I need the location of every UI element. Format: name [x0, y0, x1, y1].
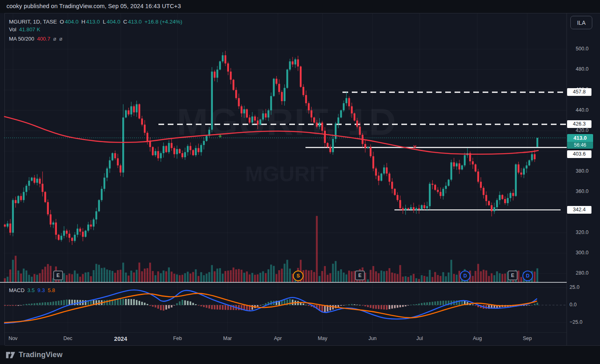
price-axis-tick[interactable]: 320.0 — [570, 230, 595, 235]
change-value: +16.8 (+4.24%) — [145, 19, 182, 25]
price-axis-tick[interactable]: 360.0 — [570, 188, 595, 194]
time-axis-label-may: May — [318, 336, 327, 341]
volume-legend-row[interactable]: Vol 41.807 K — [9, 26, 40, 32]
time-axis-label-feb: Feb — [173, 336, 182, 341]
price-axis-tick[interactable]: 500.0 — [570, 46, 595, 52]
time-axis-label-mar: Mar — [223, 336, 232, 341]
time-axis-label-aug: Aug — [473, 336, 482, 341]
price-level-label: 342.4 — [567, 206, 591, 214]
last-price-badge[interactable]: 413.0 56:46 — [567, 134, 593, 149]
high-value: 413.0 — [86, 19, 100, 25]
price-axis-tick[interactable]: 420.0 — [570, 128, 595, 133]
symbol-legend-row[interactable]: MGURIT, 1D, TASE O404.0 H413.0 L404.0 C4… — [9, 19, 182, 25]
price-axis-tick[interactable]: 280.0 — [570, 270, 595, 276]
price-level-label: 457.8 — [567, 88, 591, 96]
last-price-value: 413.0 — [567, 134, 593, 142]
time-axis-label-apr: Apr — [274, 336, 282, 341]
tradingview-logo-icon — [6, 351, 15, 359]
open-label: O — [60, 19, 64, 25]
volume-label: Vol — [9, 26, 16, 32]
tradingview-brand-name: TradingView — [19, 351, 63, 359]
event-marker-s[interactable]: S — [293, 271, 303, 281]
ma-legend-row[interactable]: MA 50/200 400.7 ø ø — [9, 36, 63, 42]
price-axis-tick[interactable]: 440.0 — [570, 107, 595, 113]
time-axis-label-sep: Sep — [523, 336, 532, 341]
macd-axis-tick[interactable]: 25.0 — [570, 284, 579, 290]
time-axis-label-2024: 2024 — [114, 336, 127, 342]
trade-marker: × — [413, 143, 417, 150]
event-marker-e[interactable]: E — [53, 271, 63, 280]
price-axis-tick[interactable]: 480.0 — [570, 66, 595, 72]
high-label: H — [81, 19, 85, 25]
event-marker-d[interactable]: D — [522, 271, 533, 281]
tradingview-snapshot: cooky published on TradingView.com, Sep … — [0, 0, 600, 364]
ma-label: MA 50/200 — [9, 36, 34, 42]
price-axis-tick[interactable]: 300.0 — [570, 250, 595, 256]
ma-empty-2: ø — [59, 36, 63, 42]
price-axis-tick[interactable]: 380.0 — [570, 168, 595, 174]
close-value: 413.0 — [128, 19, 142, 25]
event-marker-e[interactable]: E — [508, 271, 518, 280]
macd-hist-value: 3.5 — [27, 287, 35, 293]
currency-unit-button[interactable]: ILA — [570, 16, 592, 29]
open-value: 404.0 — [65, 19, 79, 25]
event-marker-e[interactable]: E — [355, 271, 365, 280]
price-level-label: 403.6 — [567, 150, 591, 158]
ma-empty-1: ø — [53, 36, 56, 42]
low-label: L — [103, 19, 106, 25]
close-label: C — [123, 19, 127, 25]
time-axis-label-nov: Nov — [9, 336, 17, 341]
macd-label: MACD — [9, 287, 24, 293]
price-level-label: 426.3 — [567, 120, 591, 128]
time-axis-label-dec: Dec — [63, 336, 72, 341]
time-axis-label-jun: Jun — [368, 336, 377, 341]
symbol-title: MGURIT, 1D, TASE — [9, 19, 57, 25]
event-marker-d[interactable]: D — [460, 271, 470, 281]
publish-bar-text: cooky published on TradingView.com, Sep … — [6, 3, 181, 9]
trade-marker: + — [219, 132, 222, 139]
chart-overlays: 500.0480.0460.0440.0420.0380.0360.0320.0… — [0, 0, 600, 364]
macd-axis-tick[interactable]: 0.0 — [570, 302, 576, 308]
macd-signal-value: 5.8 — [48, 287, 55, 293]
time-axis-label-jul: Jul — [416, 336, 423, 341]
macd-line-value: 9.3 — [37, 287, 45, 293]
macd-axis-tick[interactable]: −25.0 — [570, 319, 583, 325]
ma-value: 400.7 — [37, 36, 50, 42]
volume-value: 41.807 K — [19, 26, 40, 32]
bar-countdown: 56:46 — [567, 142, 593, 149]
tradingview-brand-link[interactable]: TradingView — [6, 351, 63, 359]
macd-legend-row[interactable]: MACD 3.5 9.3 5.8 — [9, 287, 55, 293]
low-value: 404.0 — [106, 19, 120, 25]
